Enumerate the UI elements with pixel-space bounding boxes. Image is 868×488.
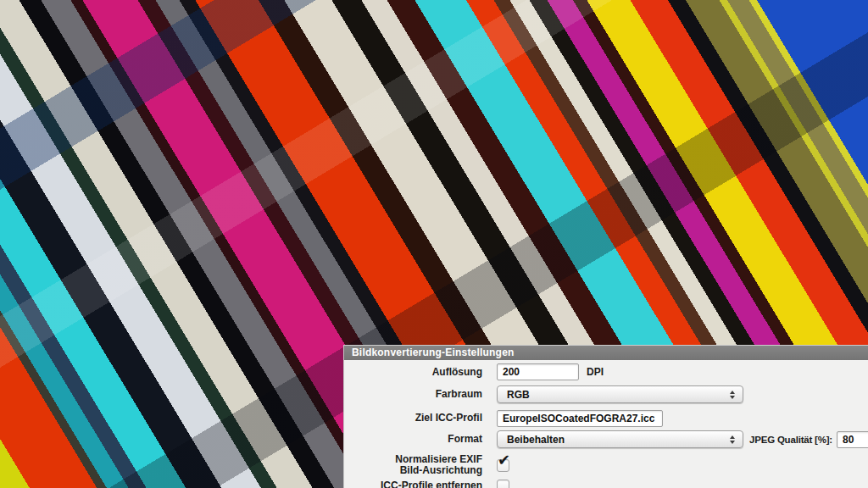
format-label: Format [344, 434, 482, 445]
normalize-exif-row: Normalisiere EXIF Bild-Ausrichtung ✔ [344, 451, 868, 480]
normalize-exif-checkbox[interactable]: ✔ [497, 459, 509, 472]
remove-icc-checkbox[interactable] [497, 480, 509, 488]
checkmark-icon: ✔ [498, 452, 510, 468]
dropdown-stepper-icon [730, 391, 735, 399]
format-selected-value: Beibehalten [507, 434, 730, 446]
dialog-titlebar: Bildkonvertierung-Einstellungen [344, 346, 868, 360]
icc-profile-input[interactable] [497, 410, 663, 427]
resolution-input[interactable] [497, 363, 579, 380]
dialog-title: Bildkonvertierung-Einstellungen [352, 347, 515, 358]
format-dropdown[interactable]: Beibehalten [497, 430, 743, 448]
stepper-down-icon [730, 441, 735, 444]
image-conversion-settings-dialog: Bildkonvertierung-Einstellungen Auflösun… [343, 345, 868, 488]
resolution-row: Auflösung DPI [344, 363, 868, 380]
remove-icc-row: ICC-Profile entfernen [344, 477, 868, 488]
dropdown-stepper-icon [730, 435, 735, 444]
icc-profile-label: Ziel ICC-Profil [344, 413, 482, 424]
jpeg-quality-label: JPEG Qualität [%]: [749, 435, 832, 445]
normalize-exif-label: Normalisiere EXIF Bild-Ausrichtung [344, 454, 482, 476]
remove-icc-label: ICC-Profile entfernen [344, 480, 482, 488]
colorspace-label: Farbraum [344, 389, 482, 400]
screen: Bildkonvertierung-Einstellungen Auflösun… [0, 0, 868, 488]
format-row: Format Beibehalten JPEG Qualität [%]: [344, 430, 868, 448]
stepper-down-icon [730, 396, 735, 399]
colorspace-row: Farbraum RGB [344, 385, 868, 403]
stepper-up-icon [730, 391, 735, 394]
jpeg-quality-input[interactable] [837, 431, 868, 448]
colorspace-selected-value: RGB [507, 389, 730, 401]
colorspace-dropdown[interactable]: RGB [497, 385, 743, 403]
resolution-label: Auflösung [344, 367, 482, 378]
resolution-unit-label: DPI [587, 366, 604, 378]
icc-profile-row: Ziel ICC-Profil [344, 409, 868, 427]
stepper-up-icon [730, 435, 735, 439]
